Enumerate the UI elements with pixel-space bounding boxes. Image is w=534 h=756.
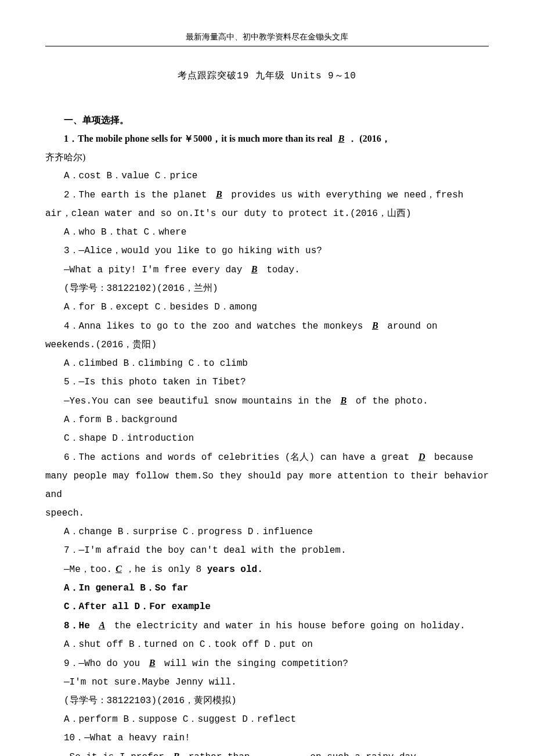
q4-text-a: 4．Anna likes to go to the zoo and watche… [64, 321, 369, 332]
question-6-options: A．change B．surprise C．progress D．influen… [45, 523, 489, 541]
q5-answer: B [337, 395, 350, 405]
q5-text-c: of the photo. [350, 396, 428, 406]
q7-text-b: —Me，too. [64, 564, 112, 575]
section-1-title: 一、单项选择。 [45, 111, 489, 129]
q3-text-b: —What a pity! I'm free every day [64, 265, 248, 275]
q10-text-d: on such a rainy day. [305, 752, 422, 756]
q3-text-c: today. [261, 265, 300, 275]
q10-text-b: —So it is.I prefer [64, 752, 169, 756]
document-title: 考点跟踪突破19 九年级 Units 9～10 [45, 70, 489, 82]
question-6-line2: many people may follow them.So they shou… [45, 467, 489, 504]
question-10-line2: —So it is.I prefer B rather than on such… [45, 747, 489, 756]
question-5-options-2: C．shape D．introduction [45, 429, 489, 448]
q7-text-c: ，he is only 8 [125, 564, 207, 575]
question-9-line3: (导学号：38122103)(2016，黄冈模拟) [45, 692, 489, 710]
question-6-line3: speech. [45, 504, 489, 523]
question-9-options: A．perform B．suppose C．suggest D．reflect [45, 710, 489, 729]
q10-blank [255, 752, 305, 756]
question-5-options-1: A．form B．background [45, 411, 489, 429]
question-7-line1: 7．—I'm afraid the boy can't deal with th… [45, 541, 489, 560]
q1-answer: B [335, 134, 348, 143]
q9-text-a: 9．—Who do you [64, 658, 146, 669]
question-8-line1: 8．He A the electricity and water in his … [45, 616, 489, 635]
q6-answer: D [415, 452, 429, 462]
q8-answer: A [95, 620, 109, 630]
q10-text-c: rather than [183, 752, 255, 756]
question-5-line2: —Yes.You can see beautiful snow mountain… [45, 391, 489, 411]
question-4-line1: 4．Anna likes to go to the zoo and watche… [45, 316, 489, 336]
document-page: 最新海量高中、初中教学资料尽在金锄头文库 考点跟踪突破19 九年级 Units … [0, 0, 534, 756]
question-2-line2: air，clean water and so on.It's our duty … [45, 204, 489, 223]
q1-text-b: ． (2016， [348, 134, 390, 143]
q4-text-b: around on [382, 321, 438, 332]
question-3-line1: 3．—Alice，would you like to go hiking wit… [45, 242, 489, 260]
q7-answer: C [112, 564, 125, 574]
q8-text-a: the electricity and water in his house b… [109, 621, 466, 631]
q9-text-b: will win the singing competition? [159, 658, 348, 669]
question-10-line1: 10．—What a heavy rain! [45, 729, 489, 747]
question-7-options-1: A．In general B．So far [45, 579, 489, 597]
question-2-options: A．who B．that C．where [45, 223, 489, 242]
q1-text-a: 1．The mobile phone sells for ￥5000，it is… [64, 134, 335, 143]
q8-pre: 8．He [64, 621, 95, 631]
q4-answer: B [369, 321, 382, 330]
q2-text-a: 2．The earth is the planet [64, 190, 212, 200]
question-3-line3: (导学号：38122102)(2016，兰州) [45, 279, 489, 298]
q2-answer: B [212, 189, 226, 199]
question-3-options: A．for B．except C．besides D．among [45, 298, 489, 316]
q7-bold: years old. [207, 564, 263, 575]
q6-text-b: because [428, 452, 473, 463]
question-7-options-2: C．After all D．For example [45, 597, 489, 616]
question-8-options: A．shut off B．turned on C．took off D．put … [45, 635, 489, 654]
question-4-line2: weekends.(2016，贵阳) [45, 336, 489, 354]
question-3-line2: —What a pity! I'm free every day B today… [45, 260, 489, 279]
question-1-line2: 齐齐哈尔) [45, 148, 489, 167]
question-9-line1: 9．—Who do you B will win the singing com… [45, 654, 489, 673]
question-1-options: A．cost B．value C．price [45, 167, 489, 185]
q10-answer: B [169, 751, 183, 756]
question-7-line2: —Me，too.C，he is only 8 years old. [45, 560, 489, 579]
question-1-line1: 1．The mobile phone sells for ￥5000，it is… [45, 129, 489, 148]
question-6-line1: 6．The actions and words of celebrities (… [45, 448, 489, 467]
q6-text-a: 6．The actions and words of celebrities (… [64, 452, 415, 463]
q2-text-b: provides us with everything we need，fres… [226, 190, 464, 200]
q5-text-b: —Yes.You can see beautiful snow mountain… [64, 396, 337, 406]
q9-answer: B [146, 658, 159, 668]
question-2-line1: 2．The earth is the planet B provides us … [45, 185, 489, 204]
question-9-line2: —I'm not sure.Maybe Jenny will. [45, 673, 489, 692]
page-header: 最新海量高中、初中教学资料尽在金锄头文库 [45, 32, 489, 46]
document-content: 一、单项选择。 1．The mobile phone sells for ￥50… [45, 111, 489, 756]
question-5-line1: 5．—Is this photo taken in Tibet? [45, 373, 489, 391]
q3-answer: B [248, 264, 261, 274]
question-4-options: A．climbed B．climbing C．to climb [45, 354, 489, 373]
